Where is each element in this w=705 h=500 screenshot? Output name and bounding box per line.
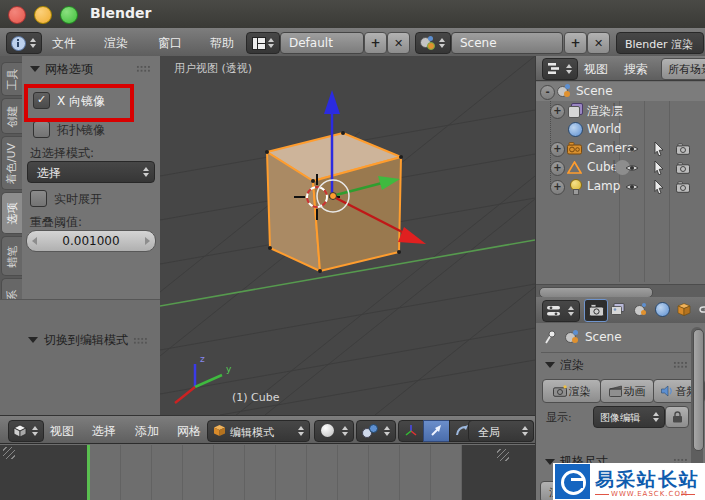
editor-type-info-button[interactable] (6, 32, 42, 54)
expand-icon[interactable]: + (550, 161, 565, 176)
mesh-options-panel-title[interactable]: 网格选项 (45, 61, 93, 78)
editor-type-outliner-button[interactable] (542, 58, 578, 80)
menu-help[interactable]: 帮助 (210, 35, 234, 52)
outliner-row-lamp[interactable]: + Lamp (536, 177, 705, 196)
live-unwrap-label[interactable]: 实时展开 (54, 191, 102, 208)
panel-collapse-triangle[interactable] (30, 66, 40, 72)
visibility-eye-icon[interactable] (625, 144, 639, 154)
overlap-threshold-field[interactable]: 0.001000 (26, 230, 156, 252)
visibility-eye-icon[interactable] (625, 182, 639, 192)
outliner-item-label[interactable]: 渲染层 (587, 103, 623, 120)
render-still-button[interactable]: 渲染 (542, 379, 601, 403)
delete-scene-button[interactable]: ✕ (587, 32, 610, 54)
properties-tab-render[interactable] (584, 299, 608, 322)
scene-browse-button[interactable] (415, 32, 451, 54)
render-panel-title[interactable]: 渲染 (560, 357, 584, 374)
viewport-menu-select[interactable]: 选择 (92, 423, 116, 440)
orientation-dropdown2[interactable]: 全局 (468, 420, 534, 442)
visibility-eye-icon[interactable] (625, 163, 639, 173)
timeline-resize-grip[interactable] (3, 447, 15, 459)
panel-collapse-triangle[interactable] (545, 362, 555, 368)
watermark-subtitle-dash (595, 494, 609, 495)
properties-tab-render-layers[interactable] (607, 299, 629, 320)
render-restrict-camera-icon[interactable] (676, 162, 690, 174)
add-layout-button[interactable]: + (364, 32, 387, 54)
topo-mirror-label[interactable]: 拓扑镜像 (57, 122, 105, 139)
render-engine-dropdown[interactable]: Blender 渲染 (616, 32, 704, 54)
layout-name-field[interactable]: Default (280, 32, 364, 54)
expand-icon[interactable]: + (550, 142, 565, 157)
toolshelf-tab-options[interactable]: 选项 (1, 192, 22, 234)
pivot-dropdown[interactable] (356, 420, 396, 442)
window-minimize-button[interactable] (34, 6, 52, 24)
outliner-display-filter-dropdown[interactable]: 所有场景 (661, 58, 705, 80)
outliner-hscrollbar[interactable] (536, 284, 705, 298)
manipulator-translate-button[interactable] (423, 420, 450, 442)
menu-render[interactable]: 渲染 (104, 35, 128, 52)
menu-window[interactable]: 窗口 (158, 35, 182, 52)
pin-icon[interactable] (544, 330, 557, 345)
outliner-item-label[interactable]: Scene (576, 84, 613, 98)
editor-type-3dview-button[interactable] (8, 420, 44, 442)
add-scene-button[interactable]: + (564, 32, 587, 54)
expand-icon[interactable]: + (550, 180, 565, 195)
outliner-row-world[interactable]: World (536, 120, 705, 139)
menu-file[interactable]: 文件 (52, 35, 76, 52)
live-unwrap-checkbox[interactable] (30, 190, 47, 207)
outliner-menu-search[interactable]: 搜索 (624, 61, 648, 78)
selectability-cursor-icon[interactable] (652, 142, 665, 156)
render-restrict-camera-icon[interactable] (676, 143, 690, 155)
manipulator-axis-button[interactable] (398, 420, 424, 442)
collapse-icon[interactable]: - (540, 85, 555, 100)
toolshelf-tab-grease-pencil[interactable]: 蜡笔 (1, 236, 22, 276)
toolshelf-tab-tools[interactable]: 工具 (1, 62, 22, 96)
cube-object[interactable] (267, 133, 401, 271)
scene-icon (420, 36, 434, 49)
viewport-3d[interactable]: 用户视图 (透视) z y (1) Cube (160, 56, 535, 415)
selectability-cursor-icon[interactable] (652, 161, 665, 175)
render-animation-button[interactable]: 动画 (600, 379, 654, 403)
outliner-row-scene[interactable]: - Scene (536, 82, 705, 101)
screen-layout-icon-button[interactable] (246, 32, 280, 54)
properties-tab-constraints[interactable] (695, 299, 705, 320)
render-restrict-camera-icon[interactable] (676, 181, 690, 193)
shading-dropdown[interactable] (314, 420, 354, 442)
mode-dropdown[interactable]: 编辑模式 (207, 420, 310, 442)
viewport-menu-add[interactable]: 添加 (135, 423, 159, 440)
panel-drag-dots[interactable] (136, 65, 151, 73)
outliner-row-renderlayers[interactable]: + 渲染层 | (536, 101, 705, 120)
properties-tab-object[interactable] (673, 299, 695, 320)
edge-select-dropdown[interactable]: 选择 (27, 161, 155, 183)
viewport-menu-mesh[interactable]: 网格 (177, 423, 201, 440)
viewport-canvas[interactable] (160, 56, 535, 415)
toggle-edit-mode-panel-title[interactable]: 切换到编辑模式 (44, 332, 128, 349)
toolshelf-tab-shading-uv[interactable]: 着色/UV (1, 136, 22, 190)
editor-type-properties-button[interactable] (542, 300, 580, 322)
outliner-row-cube[interactable]: + Cube | (536, 158, 705, 177)
outliner-menu-view[interactable]: 视图 (584, 61, 608, 78)
expand-icon[interactable]: + (550, 104, 565, 119)
viewport-menu-view[interactable]: 视图 (50, 423, 74, 440)
display-lock-button[interactable] (665, 406, 689, 428)
properties-tab-world[interactable] (651, 299, 673, 320)
outliner-row-camera[interactable]: + Camera | (536, 139, 705, 158)
window-close-button[interactable] (8, 6, 26, 24)
panel-drag-dots[interactable] (673, 361, 688, 369)
scene-name-field[interactable]: Scene (451, 32, 563, 54)
toolshelf-tab-create[interactable]: 创建 (1, 98, 22, 134)
panel-collapse-triangle[interactable] (28, 337, 38, 343)
timeline-playhead[interactable] (87, 445, 90, 500)
window-maximize-button[interactable] (60, 6, 78, 24)
delete-layout-button[interactable]: ✕ (387, 32, 410, 54)
timeline-resize-grip[interactable] (497, 449, 509, 461)
vscrollbar-thumb[interactable] (693, 329, 704, 451)
selectability-cursor-icon[interactable] (652, 180, 665, 194)
properties-vscrollbar[interactable] (691, 327, 703, 472)
panel-drag-dots[interactable] (133, 337, 148, 345)
display-mode-dropdown[interactable]: 图像编辑 (593, 406, 665, 428)
properties-tab-scene[interactable] (629, 299, 651, 320)
topo-mirror-checkbox[interactable] (33, 121, 50, 138)
outliner-item-label[interactable]: World (587, 122, 621, 136)
timeline[interactable] (0, 443, 535, 500)
outliner-item-label[interactable]: Lamp (587, 179, 620, 193)
